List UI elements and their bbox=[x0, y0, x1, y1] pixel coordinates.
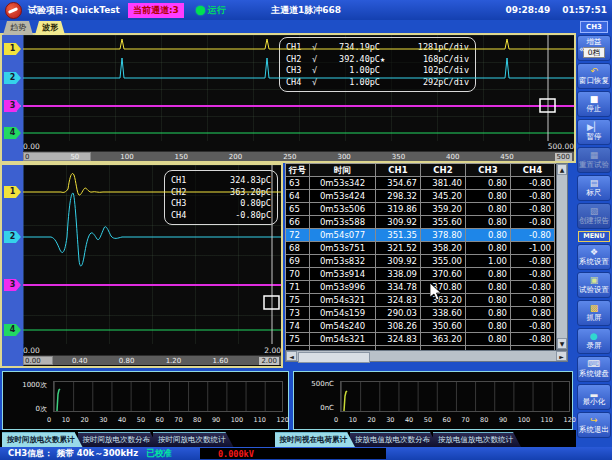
table-row[interactable]: 630m53s342354.67381.400.80-0.80 bbox=[286, 177, 556, 190]
system-keyboard-icon: ⌨ bbox=[588, 360, 601, 369]
gain-value[interactable]: 0档 bbox=[583, 47, 605, 58]
test-settings-button[interactable]: ▣试验设置 bbox=[577, 272, 611, 298]
pause-label: 暂停 bbox=[587, 133, 602, 141]
table-row[interactable]: 750m54s321324.83363.200.80-0.80 bbox=[286, 333, 556, 346]
screen-capture-icon: ▩ bbox=[590, 304, 599, 313]
left-chart-series bbox=[57, 389, 60, 411]
x-tick-label: 50 bbox=[137, 416, 145, 424]
pulse-x-max: 2.00 bbox=[264, 346, 281, 355]
bottom-tab[interactable]: 按放电值放电次数统计 bbox=[433, 432, 521, 447]
stop-button[interactable]: ■停止 bbox=[577, 91, 611, 117]
x-tick-label: 20 bbox=[367, 416, 375, 424]
system-keyboard-button[interactable]: ⌨系统键盘 bbox=[577, 356, 611, 382]
tab-trend[interactable]: 趋势 bbox=[3, 21, 33, 35]
scrollbar-tick: 1.20 bbox=[166, 357, 182, 365]
ruler-button[interactable]: ▤标尺 bbox=[577, 175, 611, 201]
top-waveform-scrollbar[interactable]: 050100150200250300350400450500 bbox=[23, 151, 574, 161]
ch1-pulse-trace bbox=[23, 174, 281, 196]
window-restore-button[interactable]: ↶窗口恢复 bbox=[577, 63, 611, 89]
minimize-button[interactable]: ▂最小化 bbox=[577, 384, 611, 410]
x-tick-label: 70 bbox=[174, 416, 182, 424]
gain-label: 增益 bbox=[587, 38, 602, 46]
pulse-waveform-area[interactable]: CH1324.83pCCH2363.20pCCH30.80pCCH4-0.80p… bbox=[23, 165, 281, 344]
right-chart-ymax-label: 500nC bbox=[294, 380, 334, 388]
system-exit-icon: ↪ bbox=[590, 416, 598, 425]
bottom-tab[interactable]: 按时间放电次数分布 bbox=[78, 432, 159, 447]
band-label: 频带 40k～300kHz bbox=[57, 448, 138, 460]
table-row[interactable]: 660m53s588309.92355.600.80-0.80 bbox=[286, 216, 556, 229]
channel-tag-3[interactable]: 3 bbox=[4, 279, 21, 291]
scrollbar-tick: 0.00 bbox=[25, 357, 41, 365]
bottom-tab[interactable]: 按时间放电次数累计 bbox=[2, 432, 83, 447]
run-status-icon bbox=[196, 6, 205, 15]
top-scrollbar-thumb[interactable] bbox=[23, 152, 91, 161]
left-chart-plot bbox=[53, 381, 283, 412]
reset-test-label: 重置试验 bbox=[579, 161, 609, 169]
scroll-left-icon[interactable]: ◄ bbox=[286, 351, 297, 361]
screen-capture-button[interactable]: ▩抓屏 bbox=[577, 300, 611, 326]
x-tick-label: 10 bbox=[349, 416, 357, 424]
x-tick-label: 80 bbox=[480, 416, 488, 424]
bottom-tab[interactable]: 按时间视在电荷累计 bbox=[275, 432, 356, 447]
scroll-up-icon[interactable]: ▲ bbox=[557, 164, 567, 175]
scroll-right-icon[interactable]: ► bbox=[556, 351, 567, 361]
table-row[interactable]: 640m53s424298.32345.200.80-0.80 bbox=[286, 190, 556, 203]
table-row[interactable]: 750m54s321324.83363.200.80-0.80 bbox=[286, 294, 556, 307]
reset-test-icon: ▦ bbox=[590, 151, 599, 160]
pause-button[interactable]: ▶▏暂停 bbox=[577, 119, 611, 145]
system-exit-button[interactable]: ↪系统退出 bbox=[577, 412, 611, 438]
channel-tag-4[interactable]: 4 bbox=[4, 127, 21, 139]
app-logo-icon bbox=[5, 2, 22, 19]
pulse-waveform-scrollbar[interactable]: 0.000.400.801.201.602.00 bbox=[23, 355, 281, 365]
channel-tag-2[interactable]: 2 bbox=[4, 72, 21, 84]
channel-tag-3[interactable]: 3 bbox=[4, 100, 21, 112]
hscroll-thumb[interactable] bbox=[298, 352, 370, 363]
table-row[interactable]: 720m54s077351.35378.800.80-0.80 bbox=[286, 229, 556, 242]
x-tick-label: 50 bbox=[424, 416, 432, 424]
screen-record-label: 录屏 bbox=[587, 342, 602, 350]
table-row[interactable]: 690m53s832309.92355.001.00-0.80 bbox=[286, 255, 556, 268]
scrollbar-tick: 0.40 bbox=[72, 357, 88, 365]
tab-waveform[interactable]: 波形 bbox=[35, 21, 65, 35]
gain-button[interactable]: « 增益 0档 bbox=[577, 35, 611, 61]
bottom-tab[interactable]: 按放电值放电次数分布 bbox=[350, 432, 438, 447]
channel-tag-4[interactable]: 4 bbox=[4, 324, 21, 336]
top-waveform-svg bbox=[23, 35, 574, 141]
table-row[interactable]: 740m54s240308.26350.600.80-0.80 bbox=[286, 320, 556, 333]
scrollbar-tick: 200 bbox=[229, 153, 242, 161]
pulse-channel-tag-strip: 1234 bbox=[2, 165, 24, 366]
x-tick-label: 90 bbox=[499, 416, 507, 424]
table-row[interactable]: 730m54s159290.03338.600.800.80 bbox=[286, 307, 556, 320]
channel-tag-1[interactable]: 1 bbox=[4, 43, 21, 55]
left-chart-x-ticks: 0102030405060708090100110120 bbox=[47, 416, 289, 424]
table-vertical-scrollbar[interactable]: ▲ ▼ bbox=[556, 163, 568, 350]
right-chart-plot bbox=[340, 381, 570, 412]
table-row[interactable]: 700m53s914338.09370.600.80-0.80 bbox=[286, 268, 556, 281]
x-tick-label: 110 bbox=[254, 416, 266, 424]
system-settings-button[interactable]: ❖系统设置 bbox=[577, 244, 611, 270]
table-horizontal-scrollbar[interactable]: ◄ ► bbox=[285, 350, 568, 362]
bottom-tab[interactable]: 按时间放电次数统计 bbox=[153, 432, 234, 447]
collapse-icon[interactable]: « bbox=[579, 45, 585, 53]
sidebar-channel-tab[interactable]: CH3 bbox=[580, 21, 608, 33]
calibrated-badge: 已校准 bbox=[146, 448, 172, 460]
x-tick-label: 110 bbox=[541, 416, 553, 424]
discharge-data-table: 行号时间CH1CH2CH3CH4630m53s342354.67381.400.… bbox=[285, 163, 556, 350]
window-restore-label: 窗口恢复 bbox=[579, 77, 609, 85]
system-settings-label: 系统设置 bbox=[579, 258, 609, 266]
stop-icon: ■ bbox=[590, 95, 599, 104]
channel-tag-2[interactable]: 2 bbox=[4, 231, 21, 243]
screen-record-button[interactable]: ●录屏 bbox=[577, 328, 611, 354]
scrollbar-tick: 150 bbox=[175, 153, 188, 161]
channel-info-label: CH3信息： bbox=[8, 448, 53, 460]
scrollbar-tick: 0.80 bbox=[119, 357, 135, 365]
top-waveform-area[interactable]: CH1√734.19pC1281pC/divCH2√392.40pC★168pC… bbox=[23, 35, 574, 141]
x-tick-label: 120 bbox=[564, 416, 576, 424]
scroll-down-icon[interactable]: ▼ bbox=[557, 338, 567, 349]
channel-tag-1[interactable]: 1 bbox=[4, 186, 21, 198]
table-row[interactable]: 650m53s506319.86359.200.80-0.80 bbox=[286, 203, 556, 216]
pause-icon: ▶▏ bbox=[587, 123, 601, 132]
x-tick-label: 90 bbox=[212, 416, 220, 424]
table-row[interactable]: 710m53s996334.78370.800.80-0.80 bbox=[286, 281, 556, 294]
table-row[interactable]: 680m53s751321.52358.200.80-1.00 bbox=[286, 242, 556, 255]
